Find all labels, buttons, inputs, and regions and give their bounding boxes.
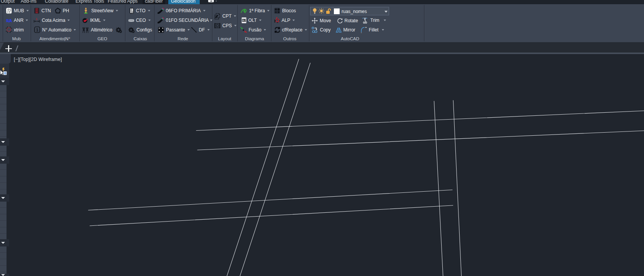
- svg-text:RUA: RUA: [6, 18, 12, 23]
- svg-text:1: 1: [36, 28, 38, 32]
- svg-text:1: 1: [36, 18, 38, 20]
- svg-text:OLT: OLT: [242, 19, 246, 21]
